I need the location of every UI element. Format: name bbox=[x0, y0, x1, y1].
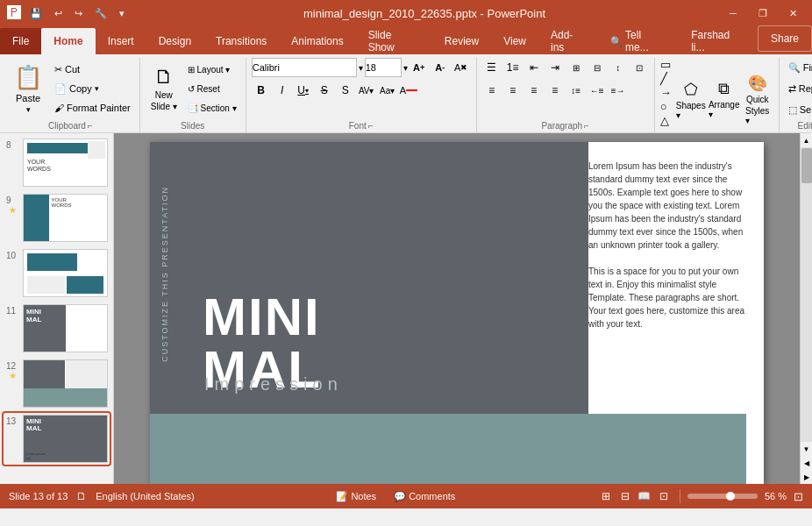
text-direction-btn[interactable]: ↕ bbox=[609, 58, 628, 77]
redo-qat-btn[interactable]: ↪ bbox=[71, 6, 86, 21]
line-spacing-btn[interactable]: ↕≡ bbox=[566, 81, 586, 100]
justify-btn[interactable]: ≡ bbox=[545, 81, 565, 100]
slide-item-12[interactable]: 12 ★ bbox=[4, 358, 110, 409]
tab-design[interactable]: Design bbox=[146, 28, 203, 54]
tab-animations[interactable]: Animations bbox=[279, 28, 355, 54]
increase-indent-btn[interactable]: ⇥ bbox=[545, 58, 565, 77]
font-name-dropdown[interactable]: ▾ bbox=[359, 63, 363, 73]
font-case-btn[interactable]: Aa▾ bbox=[378, 81, 397, 100]
decrease-size-btn[interactable]: A- bbox=[431, 58, 450, 77]
tab-file[interactable]: File bbox=[0, 28, 41, 54]
scroll-right-btn[interactable]: ▶ bbox=[801, 470, 813, 484]
save-qat-btn[interactable]: 💾 bbox=[26, 6, 46, 21]
slide-right-text[interactable]: Lorem Ipsum has been the industry's stan… bbox=[588, 160, 755, 331]
layout-button[interactable]: ⊞ Layout ▾ bbox=[184, 60, 240, 79]
close-btn[interactable]: ✕ bbox=[780, 4, 805, 22]
shape-triangle[interactable]: △ bbox=[660, 114, 669, 127]
ltr-btn[interactable]: ≡→ bbox=[609, 81, 628, 100]
text-align-btn[interactable]: ⊡ bbox=[630, 58, 649, 77]
shape-oval[interactable]: ○ bbox=[660, 100, 667, 113]
decrease-indent-btn[interactable]: ⇤ bbox=[524, 58, 544, 77]
shape-rect[interactable]: ▭ bbox=[660, 58, 671, 71]
bold-btn[interactable]: B bbox=[252, 81, 271, 100]
new-slide-button[interactable]: 🗋 New Slide ▾ bbox=[146, 63, 182, 114]
normal-view-btn[interactable]: ⊞ bbox=[597, 487, 615, 505]
restore-btn[interactable]: ❐ bbox=[751, 4, 775, 22]
tab-slideshow[interactable]: Slide Show bbox=[356, 28, 432, 54]
columns-btn[interactable]: ⊟ bbox=[588, 58, 607, 77]
replace-button[interactable]: ⇄ Replace bbox=[785, 79, 812, 98]
notes-btn[interactable]: 📝 Notes bbox=[331, 489, 381, 504]
arrange-button[interactable]: ⧉ Arrange ▾ bbox=[709, 75, 740, 125]
format-painter-button[interactable]: 🖌 Format Painter bbox=[51, 98, 134, 117]
slide-info-icon[interactable]: 🗋 bbox=[76, 490, 87, 502]
font-name-input[interactable] bbox=[252, 58, 357, 77]
paste-dropdown[interactable]: ▾ bbox=[26, 105, 31, 114]
slide-item-8[interactable]: 8 YOURWORDS bbox=[4, 137, 110, 188]
scroll-left-btn[interactable]: ◀ bbox=[801, 456, 813, 470]
reading-view-btn[interactable]: 📖 bbox=[636, 487, 653, 505]
customize-qat-btn[interactable]: 🔧 bbox=[91, 6, 110, 21]
shadow-btn[interactable]: S bbox=[336, 81, 355, 100]
slide-item-13[interactable]: 13 MINIMAL Lorem ipsum text bbox=[4, 413, 110, 465]
scroll-down-btn[interactable]: ▼ bbox=[801, 442, 813, 456]
tab-review[interactable]: Review bbox=[432, 28, 491, 54]
tab-home[interactable]: Home bbox=[41, 28, 95, 54]
zoom-slider[interactable] bbox=[687, 494, 758, 499]
tab-addins[interactable]: Add-ins bbox=[538, 28, 598, 54]
select-button[interactable]: ⬚ Select - bbox=[785, 100, 812, 119]
reset-button[interactable]: ↺ Reset bbox=[184, 79, 240, 98]
font-size-dropdown[interactable]: ▾ bbox=[403, 63, 408, 73]
slide-sorter-btn[interactable]: ⊟ bbox=[616, 487, 634, 505]
section-button[interactable]: 📑 Section ▾ bbox=[184, 98, 240, 117]
language-indicator[interactable]: English (United States) bbox=[96, 491, 195, 501]
undo-qat-btn[interactable]: ↩ bbox=[51, 6, 66, 21]
copy-dropdown[interactable]: ▾ bbox=[95, 84, 99, 93]
more-qat-btn[interactable]: ▾ bbox=[116, 6, 128, 21]
paragraph-expand-icon[interactable]: ⌐ bbox=[584, 121, 589, 131]
char-spacing-btn[interactable]: AV▾ bbox=[357, 81, 376, 100]
tab-user[interactable]: Farshad li... bbox=[679, 28, 758, 54]
increase-size-btn[interactable]: A+ bbox=[410, 58, 429, 77]
tab-tellme[interactable]: 🔍 Tell me... bbox=[598, 28, 679, 54]
align-center-btn[interactable]: ≡ bbox=[503, 81, 523, 100]
slide-item-9[interactable]: 9 ★ YOURWORDS bbox=[4, 192, 110, 244]
comments-btn[interactable]: 💬 Comments bbox=[388, 489, 460, 504]
minimize-btn[interactable]: ─ bbox=[721, 4, 745, 22]
copy-button[interactable]: 📄 Copy ▾ bbox=[51, 79, 134, 98]
font-color-btn[interactable]: A bbox=[399, 81, 418, 100]
find-button[interactable]: 🔍 Find ▾ bbox=[785, 58, 812, 77]
align-left-btn[interactable]: ≡ bbox=[482, 81, 502, 100]
tab-insert[interactable]: Insert bbox=[96, 28, 146, 54]
cut-button[interactable]: ✂ Cut bbox=[51, 60, 134, 79]
underline-btn[interactable]: U▾ bbox=[294, 81, 313, 100]
slide-item-11[interactable]: 11 MINIMAL text here bbox=[4, 302, 110, 354]
italic-btn[interactable]: I bbox=[273, 81, 292, 100]
scroll-up-btn[interactable]: ▲ bbox=[801, 133, 813, 147]
strikethrough-btn[interactable]: S bbox=[315, 81, 334, 100]
shape-line[interactable]: ╱ bbox=[660, 72, 667, 85]
scroll-thumb[interactable] bbox=[801, 148, 812, 183]
shape-arrow[interactable]: → bbox=[660, 86, 672, 99]
align-right-btn[interactable]: ≡ bbox=[524, 81, 544, 100]
smartart-btn[interactable]: ⊞ bbox=[566, 58, 586, 77]
numbering-btn[interactable]: 1≡ bbox=[503, 58, 523, 77]
slide-item-10[interactable]: 10 bbox=[4, 247, 110, 299]
fit-to-window-btn[interactable]: ⊡ bbox=[794, 490, 803, 503]
slide-canvas[interactable]: CUSTOMIZE THIS PRESENTATION MINIMAL Impr… bbox=[150, 142, 764, 484]
tab-share[interactable]: Share bbox=[758, 25, 812, 52]
slideshow-btn[interactable]: ⊡ bbox=[655, 487, 673, 505]
tab-transitions[interactable]: Transitions bbox=[203, 28, 279, 54]
font-expand-icon[interactable]: ⌐ bbox=[368, 121, 374, 131]
tab-view[interactable]: View bbox=[491, 28, 538, 54]
bullets-btn[interactable]: ☰ bbox=[482, 58, 502, 77]
clear-format-btn[interactable]: A✖ bbox=[452, 58, 471, 77]
quick-styles-button[interactable]: 🎨 Quick Styles ▾ bbox=[742, 75, 773, 125]
font-size-input[interactable] bbox=[365, 58, 402, 77]
zoom-thumb[interactable] bbox=[726, 492, 735, 501]
paste-button[interactable]: 📋 Paste ▾ bbox=[7, 63, 49, 114]
rtl-btn[interactable]: ←≡ bbox=[588, 81, 607, 100]
slide-subtitle[interactable]: Impression bbox=[204, 374, 343, 394]
clipboard-expand-icon[interactable]: ⌐ bbox=[88, 121, 93, 131]
shapes-button[interactable]: ⬠ Shapes ▾ bbox=[675, 75, 707, 125]
